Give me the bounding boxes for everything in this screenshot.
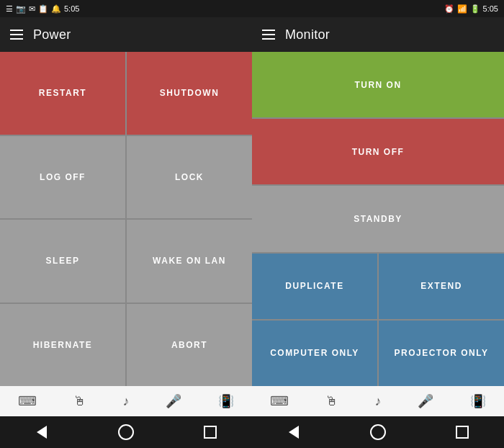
status-right: ⏰ 📶 🔋 5:05: [276, 4, 498, 14]
microphone-icon-2[interactable]: 🎤: [418, 393, 433, 409]
status-icon-gmail: ✉: [29, 4, 35, 14]
status-time-right: 5:05: [483, 4, 498, 13]
power-title: Power: [33, 27, 71, 42]
shutdown-button[interactable]: SHUTDOWN: [127, 52, 252, 135]
standby-button[interactable]: STANDBY: [252, 186, 504, 251]
lock-button[interactable]: LOCK: [127, 136, 252, 219]
home-button[interactable]: [112, 421, 140, 443]
status-icon-instagram: 📷: [16, 4, 26, 14]
abort-button[interactable]: ABORT: [127, 304, 252, 387]
monitor-panel: Monitor TURN ON TURN OFF STANDBY DUPLICA…: [252, 17, 504, 416]
monitor-toolbar: ⌨ 🖱 ♪ 🎤 📳: [252, 386, 504, 416]
computer-only-button[interactable]: COMPUTER ONLY: [252, 321, 377, 386]
home-button-2[interactable]: [364, 421, 392, 443]
monitor-menu-icon[interactable]: [262, 30, 275, 40]
status-icon-bell: 🔔: [51, 4, 61, 14]
status-icon-alarm: ⏰: [444, 4, 454, 14]
main-panels: Power RESTART SHUTDOWN LOG OFF LOCK SLEE…: [0, 17, 504, 416]
mouse-icon-2[interactable]: 🖱: [325, 394, 338, 409]
hibernate-button[interactable]: HIBERNATE: [0, 304, 125, 387]
monitor-header: Monitor: [252, 17, 504, 52]
projector-only-button[interactable]: PROJECTOR ONLY: [379, 321, 504, 386]
music-icon[interactable]: ♪: [122, 394, 129, 409]
keyboard-icon[interactable]: ⌨: [18, 393, 37, 409]
status-icon-battery: 🔋: [470, 4, 480, 14]
wake-on-lan-button[interactable]: WAKE ON LAN: [127, 220, 252, 303]
sleep-button[interactable]: SLEEP: [0, 220, 125, 303]
back-button-2[interactable]: [279, 421, 308, 443]
status-time-left: 5:05: [64, 4, 79, 13]
turn-on-button[interactable]: TURN ON: [252, 52, 504, 117]
music-icon-2[interactable]: ♪: [374, 394, 381, 409]
power-grid: RESTART SHUTDOWN LOG OFF LOCK SLEEP WAKE…: [0, 52, 252, 386]
monitor-grid: TURN ON TURN OFF STANDBY DUPLICATE EXTEN…: [252, 52, 504, 386]
back-button[interactable]: [27, 421, 56, 443]
vibrate-icon[interactable]: 📳: [218, 393, 234, 409]
logoff-button[interactable]: LOG OFF: [0, 136, 125, 219]
duplicate-button[interactable]: DUPLICATE: [252, 254, 377, 319]
power-toolbar: ⌨ 🖱 ♪ 🎤 📳: [0, 386, 252, 416]
power-header: Power: [0, 17, 252, 52]
nav-bar: [0, 416, 504, 448]
status-bar: ☰ 📷 ✉ 📋 🔔 5:05 ⏰ 📶 🔋 5:05: [0, 0, 504, 17]
turn-off-button[interactable]: TURN OFF: [252, 119, 504, 184]
keyboard-icon-2[interactable]: ⌨: [270, 393, 289, 409]
power-menu-icon[interactable]: [10, 30, 23, 40]
extend-button[interactable]: EXTEND: [379, 254, 504, 319]
power-panel: Power RESTART SHUTDOWN LOG OFF LOCK SLEE…: [0, 17, 252, 416]
status-left: ☰ 📷 ✉ 📋 🔔 5:05: [6, 4, 228, 14]
mouse-icon[interactable]: 🖱: [73, 394, 86, 409]
status-icon-clipboard: 📋: [38, 4, 48, 14]
recents-button-2[interactable]: [448, 421, 477, 443]
microphone-icon[interactable]: 🎤: [166, 393, 181, 409]
vibrate-icon-2[interactable]: 📳: [470, 393, 486, 409]
status-icon-wifi: 📶: [457, 4, 467, 14]
monitor-title: Monitor: [285, 27, 330, 42]
restart-button[interactable]: RESTART: [0, 52, 125, 135]
status-icon-menu: ☰: [6, 4, 13, 14]
recents-button[interactable]: [196, 421, 225, 443]
